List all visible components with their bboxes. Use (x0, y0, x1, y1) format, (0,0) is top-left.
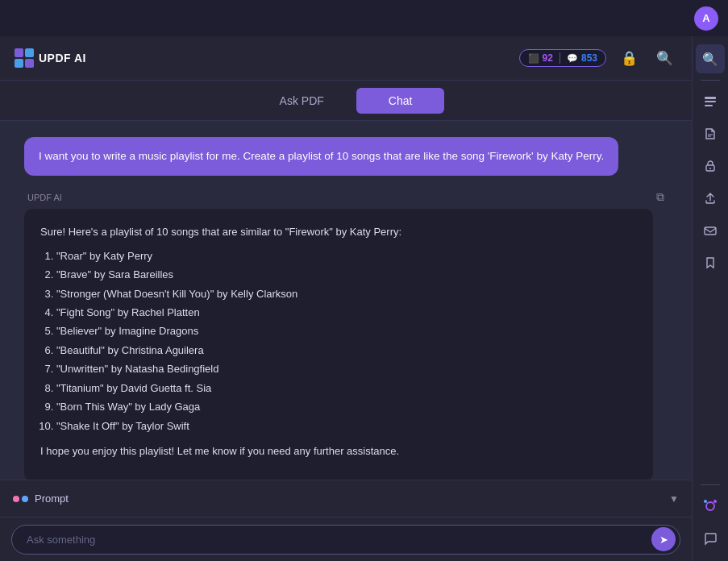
playlist-item: "Born This Way" by Lady Gaga (56, 398, 637, 415)
svg-point-8 (713, 500, 717, 503)
ai-message-box: Sure! Here's a playlist of 10 songs that… (24, 209, 653, 480)
ai-label: UPDF AI (27, 193, 62, 202)
ask-something-input[interactable] (11, 525, 680, 555)
prompt-section[interactable]: Prompt ▼ (0, 480, 692, 517)
sidebar-lock-icon[interactable] (696, 152, 725, 181)
sidebar-search-icon[interactable]: 🔍 (696, 44, 725, 73)
tabs-bar: Ask PDF Chat (0, 81, 692, 121)
playlist-item: "Unwritten" by Natasha Bedingfield (56, 360, 637, 377)
search-icon[interactable]: 🔍 (651, 45, 677, 71)
playlist-item: "Roar" by Katy Perry (56, 247, 637, 264)
send-icon: ➤ (659, 534, 668, 546)
ai-outro-text: I hope you enjoy this playlist! Let me k… (40, 443, 637, 459)
sidebar-chat-icon[interactable] (696, 524, 725, 553)
logo-squares-icon (15, 48, 34, 68)
sidebar-mail-icon[interactable] (696, 216, 725, 245)
svg-point-7 (704, 500, 707, 503)
words-count: 853 (581, 52, 597, 64)
playlist-item: "Fight Song" by Rachel Platten (56, 304, 637, 321)
svg-rect-0 (705, 97, 716, 99)
tokens-count: 92 (543, 52, 553, 64)
top-bar: A (0, 0, 728, 36)
avatar[interactable]: A (694, 6, 718, 31)
sidebar-ai-icon[interactable] (696, 492, 725, 521)
sidebar-bookmark-icon[interactable] (696, 248, 725, 277)
ai-intro-text: Sure! Here's a playlist of 10 songs that… (40, 223, 637, 240)
panel-header: UPDF AI ⬛ 92 💬 853 🔒 🔍 (0, 36, 692, 81)
chevron-down-icon: ▼ (669, 493, 679, 505)
prompt-dots-icon (13, 496, 28, 502)
tokens-icon: ⬛ (528, 53, 539, 64)
stats-badge: ⬛ 92 💬 853 (519, 49, 606, 67)
ai-response-container: UPDF AI ⧉ Sure! Here's a playlist of 10 … (24, 190, 668, 480)
playlist-list: "Roar" by Katy Perry"Brave" by Sara Bare… (40, 247, 637, 434)
svg-rect-1 (705, 101, 716, 102)
copy-icon[interactable]: ⧉ (656, 190, 664, 204)
right-sidebar: 🔍 (692, 36, 728, 561)
tab-chat[interactable]: Chat (356, 88, 445, 114)
playlist-item: "Shake It Off" by Taylor Swift (56, 418, 637, 434)
input-wrapper: ➤ (11, 525, 680, 555)
prompt-dot-pink (13, 496, 19, 502)
words-icon: 💬 (567, 53, 578, 64)
playlist-item: "Brave" by Sara Bareilles (56, 266, 637, 283)
sidebar-file-convert-icon[interactable] (696, 119, 725, 148)
user-message-bubble: I want you to write a music playlist for… (24, 137, 618, 176)
svg-rect-2 (705, 105, 713, 106)
sidebar-ocr-icon[interactable] (696, 87, 725, 116)
sidebar-divider-2 (701, 484, 720, 485)
playlist-item: "Titanium" by David Guetta ft. Sia (56, 380, 637, 397)
prompt-dot-blue (22, 496, 28, 502)
ai-label-row: UPDF AI ⧉ (24, 190, 668, 204)
svg-point-4 (709, 168, 711, 169)
tab-ask-pdf[interactable]: Ask PDF (248, 88, 356, 114)
playlist-item: "Beautiful" by Christina Aguilera (56, 342, 637, 359)
words-stat: 💬 853 (567, 52, 597, 64)
input-area: ➤ (0, 517, 692, 561)
send-button[interactable]: ➤ (651, 527, 676, 551)
svg-rect-5 (705, 227, 716, 235)
lock-icon[interactable]: 🔒 (616, 45, 642, 71)
playlist-item: "Believer" by Imagine Dragons (56, 322, 637, 339)
playlist-item: "Stronger (What Doesn't Kill You)" by Ke… (56, 285, 637, 302)
svg-point-6 (706, 502, 714, 510)
tokens-stat: ⬛ 92 (528, 52, 553, 64)
chat-area: I want you to write a music playlist for… (0, 121, 692, 480)
main-panel: UPDF AI ⬛ 92 💬 853 🔒 🔍 Ask PDF Chat I wa… (0, 36, 692, 561)
sidebar-share-icon[interactable] (696, 184, 725, 213)
sidebar-divider-1 (701, 80, 720, 81)
prompt-label: Prompt (35, 492, 663, 505)
logo-text: UPDF AI (39, 52, 86, 64)
logo: UPDF AI (15, 48, 86, 68)
